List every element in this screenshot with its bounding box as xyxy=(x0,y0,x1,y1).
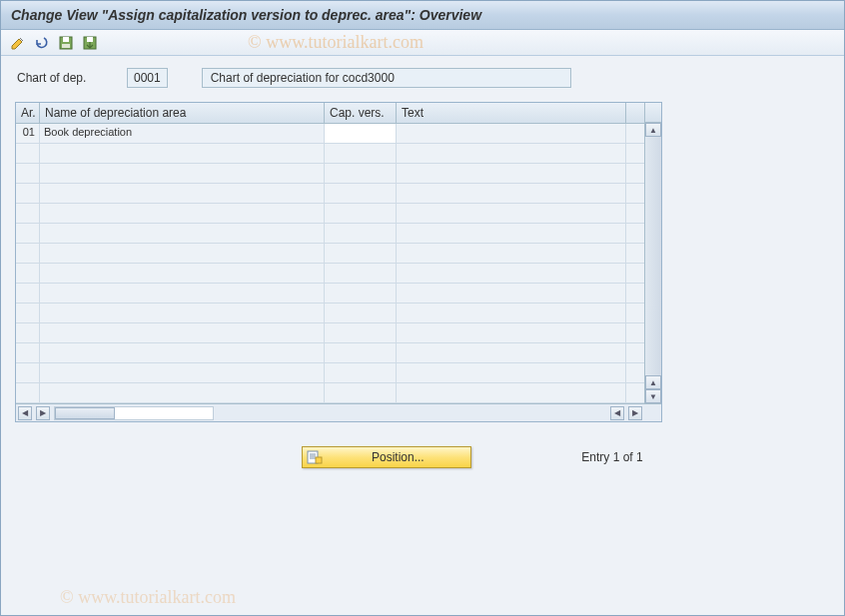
grid-header: Ar. Name of depreciation area Cap. vers.… xyxy=(16,103,644,124)
cell-d[interactable] xyxy=(397,124,626,143)
cell-a xyxy=(16,284,40,303)
cell-a xyxy=(16,184,40,203)
table-row xyxy=(16,323,644,343)
hscroll-left-icon[interactable]: ▶ xyxy=(36,406,50,420)
chart-of-dep-value[interactable]: 0001 xyxy=(127,68,168,88)
cell-b[interactable]: Book depreciation xyxy=(40,124,325,143)
hscroll-thumb[interactable] xyxy=(55,407,115,419)
chart-of-dep-row: Chart of dep. 0001 Chart of depreciation… xyxy=(13,68,832,88)
svg-rect-4 xyxy=(87,37,93,42)
table-row xyxy=(16,264,644,284)
cell-b xyxy=(40,304,325,322)
table-row xyxy=(16,244,644,264)
cell-a xyxy=(16,164,40,183)
cell-c xyxy=(325,184,397,203)
table-row xyxy=(16,164,644,184)
cell-c xyxy=(325,284,397,303)
grid-body: 01Book depreciation xyxy=(16,124,644,403)
cell-d xyxy=(397,323,626,342)
horizontal-scrollbar: ◀ ▶ ◀ ▶ xyxy=(16,403,661,421)
cell-b xyxy=(40,383,325,402)
cell-a xyxy=(16,323,40,342)
cell-c xyxy=(325,144,397,163)
hscroll-right-end-icon[interactable]: ▶ xyxy=(628,406,642,420)
undo-icon[interactable] xyxy=(33,34,51,52)
svg-rect-9 xyxy=(316,457,322,463)
table-row xyxy=(16,184,644,204)
position-button[interactable]: Position... xyxy=(302,446,471,468)
cell-c xyxy=(325,323,397,342)
cell-d xyxy=(397,304,626,322)
entry-count: Entry 1 of 1 xyxy=(581,450,642,464)
cell-c xyxy=(325,343,397,362)
cell-a xyxy=(16,204,40,223)
table-row xyxy=(16,284,644,304)
cell-b xyxy=(40,144,325,163)
table-row xyxy=(16,204,644,224)
cell-d xyxy=(397,264,626,283)
table-row xyxy=(16,224,644,244)
cell-a[interactable]: 01 xyxy=(16,124,40,143)
svg-rect-1 xyxy=(63,37,69,42)
table-row xyxy=(16,383,644,403)
cell-a xyxy=(16,224,40,243)
edit-icon[interactable] xyxy=(9,34,27,52)
table-row xyxy=(16,144,644,164)
cell-d xyxy=(397,224,626,243)
hscroll-right-icon[interactable]: ◀ xyxy=(610,406,624,420)
vertical-scrollbar[interactable]: ▲ ▲ ▼ xyxy=(644,103,661,403)
cell-b xyxy=(40,184,325,203)
cell-a xyxy=(16,144,40,163)
hscroll-track[interactable] xyxy=(54,406,214,420)
cell-d xyxy=(397,284,626,303)
cell-d xyxy=(397,184,626,203)
content-area: Chart of dep. 0001 Chart of depreciation… xyxy=(1,56,844,615)
cell-c[interactable] xyxy=(325,124,397,143)
cell-b xyxy=(40,264,325,283)
cell-d xyxy=(397,363,626,382)
cell-c xyxy=(325,304,397,322)
sap-window: Change View "Assign capitalization versi… xyxy=(0,0,845,616)
cell-c xyxy=(325,383,397,402)
page-title: Change View "Assign capitalization versi… xyxy=(11,7,481,23)
cell-d xyxy=(397,204,626,223)
cell-b xyxy=(40,363,325,382)
cell-b xyxy=(40,343,325,362)
cell-b xyxy=(40,204,325,223)
col-header-capvers[interactable]: Cap. vers. xyxy=(325,103,397,123)
table-row[interactable]: 01Book depreciation xyxy=(16,124,644,144)
scroll-up2-icon[interactable]: ▲ xyxy=(645,375,661,389)
cell-c xyxy=(325,244,397,263)
cell-b xyxy=(40,244,325,263)
cell-a xyxy=(16,363,40,382)
depreciation-grid: Ar. Name of depreciation area Cap. vers.… xyxy=(15,102,662,422)
cell-c xyxy=(325,363,397,382)
col-header-area[interactable]: Ar. xyxy=(16,103,40,123)
cell-a xyxy=(16,343,40,362)
col-header-text[interactable]: Text xyxy=(397,103,626,123)
cell-a xyxy=(16,383,40,402)
cell-b xyxy=(40,164,325,183)
cell-a xyxy=(16,304,40,322)
scroll-up-icon[interactable]: ▲ xyxy=(645,123,661,137)
table-row xyxy=(16,304,644,323)
position-button-label: Position... xyxy=(329,450,466,464)
hscroll-left-end-icon[interactable]: ◀ xyxy=(18,406,32,420)
scroll-down-icon[interactable]: ▼ xyxy=(645,389,661,403)
position-icon xyxy=(307,449,323,465)
table-row xyxy=(16,343,644,363)
svg-rect-2 xyxy=(62,44,70,48)
cell-b xyxy=(40,224,325,243)
save-icon[interactable] xyxy=(57,34,75,52)
chart-of-dep-desc: Chart of depreciation for cocd3000 xyxy=(202,68,571,88)
table-row xyxy=(16,363,644,383)
col-header-name[interactable]: Name of depreciation area xyxy=(40,103,325,123)
cell-b xyxy=(40,284,325,303)
cell-d xyxy=(397,164,626,183)
cell-c xyxy=(325,204,397,223)
cell-c xyxy=(325,224,397,243)
chart-of-dep-label: Chart of dep. xyxy=(17,71,117,85)
save-to-icon[interactable] xyxy=(81,34,99,52)
cell-b xyxy=(40,323,325,342)
cell-c xyxy=(325,264,397,283)
